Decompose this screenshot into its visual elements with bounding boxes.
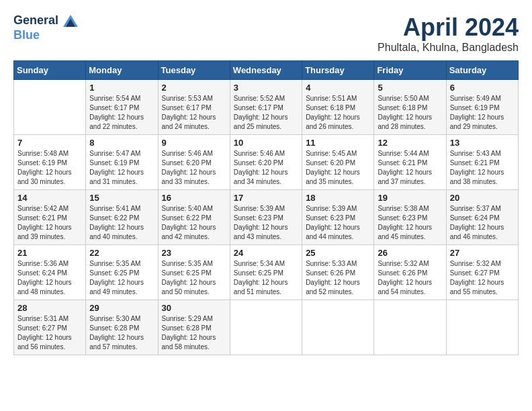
calendar-cell: 9Sunrise: 5:46 AMSunset: 6:20 PMDaylight…: [158, 135, 230, 190]
calendar-cell: 24Sunrise: 5:34 AMSunset: 6:25 PMDayligh…: [230, 245, 302, 300]
calendar-cell: 6Sunrise: 5:49 AMSunset: 6:19 PMDaylight…: [446, 80, 518, 135]
day-number: 23: [162, 248, 226, 258]
day-number: 7: [17, 138, 82, 148]
weekday-header: Friday: [374, 61, 446, 80]
calendar-cell: 4Sunrise: 5:51 AMSunset: 6:18 PMDaylight…: [302, 80, 374, 135]
day-number: 8: [89, 138, 154, 148]
day-info: Sunrise: 5:48 AMSunset: 6:19 PMDaylight:…: [17, 149, 82, 187]
day-number: 4: [306, 83, 370, 93]
day-number: 11: [306, 138, 370, 148]
calendar-week-row: 21Sunrise: 5:36 AMSunset: 6:24 PMDayligh…: [14, 245, 519, 300]
day-number: 19: [378, 193, 442, 203]
day-info: Sunrise: 5:34 AMSunset: 6:25 PMDaylight:…: [234, 259, 298, 297]
weekday-header: Sunday: [14, 61, 86, 80]
day-info: Sunrise: 5:32 AMSunset: 6:26 PMDaylight:…: [378, 259, 442, 297]
calendar-cell: 14Sunrise: 5:42 AMSunset: 6:21 PMDayligh…: [14, 190, 86, 245]
calendar-cell: [230, 300, 302, 355]
day-number: 21: [17, 248, 82, 258]
logo-blue: Blue: [13, 28, 78, 42]
calendar-cell: 5Sunrise: 5:50 AMSunset: 6:18 PMDaylight…: [374, 80, 446, 135]
day-info: Sunrise: 5:54 AMSunset: 6:17 PMDaylight:…: [89, 94, 154, 132]
calendar-cell: 7Sunrise: 5:48 AMSunset: 6:19 PMDaylight…: [14, 135, 86, 190]
calendar-cell: [374, 300, 446, 355]
calendar-cell: 19Sunrise: 5:38 AMSunset: 6:23 PMDayligh…: [374, 190, 446, 245]
weekday-header-row: SundayMondayTuesdayWednesdayThursdayFrid…: [14, 61, 519, 80]
day-info: Sunrise: 5:44 AMSunset: 6:21 PMDaylight:…: [378, 149, 442, 187]
day-number: 16: [162, 193, 226, 203]
day-info: Sunrise: 5:31 AMSunset: 6:27 PMDaylight:…: [17, 314, 82, 352]
calendar-cell: 12Sunrise: 5:44 AMSunset: 6:21 PMDayligh…: [374, 135, 446, 190]
calendar-cell: 2Sunrise: 5:53 AMSunset: 6:17 PMDaylight…: [158, 80, 230, 135]
day-info: Sunrise: 5:32 AMSunset: 6:27 PMDaylight:…: [450, 259, 515, 297]
logo-text: General: [13, 13, 78, 28]
calendar-cell: [14, 80, 86, 135]
page-header: General Blue April 2024 Phultala, Khulna…: [13, 13, 519, 54]
calendar-cell: 11Sunrise: 5:45 AMSunset: 6:20 PMDayligh…: [302, 135, 374, 190]
day-number: 6: [450, 83, 515, 93]
day-info: Sunrise: 5:50 AMSunset: 6:18 PMDaylight:…: [378, 94, 442, 132]
calendar-cell: 23Sunrise: 5:35 AMSunset: 6:25 PMDayligh…: [158, 245, 230, 300]
calendar-week-row: 1Sunrise: 5:54 AMSunset: 6:17 PMDaylight…: [14, 80, 519, 135]
day-number: 17: [234, 193, 298, 203]
calendar-cell: [302, 300, 374, 355]
calendar-cell: 8Sunrise: 5:47 AMSunset: 6:19 PMDaylight…: [86, 135, 158, 190]
calendar-cell: 16Sunrise: 5:40 AMSunset: 6:22 PMDayligh…: [158, 190, 230, 245]
day-info: Sunrise: 5:52 AMSunset: 6:17 PMDaylight:…: [234, 94, 298, 132]
calendar-cell: 28Sunrise: 5:31 AMSunset: 6:27 PMDayligh…: [14, 300, 86, 355]
day-number: 10: [234, 138, 298, 148]
title-block: April 2024 Phultala, Khulna, Bangladesh: [378, 13, 519, 54]
day-number: 13: [450, 138, 515, 148]
calendar-cell: 25Sunrise: 5:33 AMSunset: 6:26 PMDayligh…: [302, 245, 374, 300]
day-info: Sunrise: 5:39 AMSunset: 6:23 PMDaylight:…: [306, 204, 370, 242]
calendar-cell: 30Sunrise: 5:29 AMSunset: 6:28 PMDayligh…: [158, 300, 230, 355]
weekday-header: Saturday: [446, 61, 518, 80]
day-number: 2: [162, 83, 226, 93]
calendar-cell: [446, 300, 518, 355]
calendar-cell: 20Sunrise: 5:37 AMSunset: 6:24 PMDayligh…: [446, 190, 518, 245]
calendar-table: SundayMondayTuesdayWednesdayThursdayFrid…: [13, 60, 519, 355]
calendar-cell: 3Sunrise: 5:52 AMSunset: 6:17 PMDaylight…: [230, 80, 302, 135]
calendar-cell: 15Sunrise: 5:41 AMSunset: 6:22 PMDayligh…: [86, 190, 158, 245]
calendar-cell: 29Sunrise: 5:30 AMSunset: 6:28 PMDayligh…: [86, 300, 158, 355]
day-info: Sunrise: 5:46 AMSunset: 6:20 PMDaylight:…: [234, 149, 298, 187]
day-info: Sunrise: 5:36 AMSunset: 6:24 PMDaylight:…: [17, 259, 82, 297]
day-info: Sunrise: 5:46 AMSunset: 6:20 PMDaylight:…: [162, 149, 226, 187]
day-info: Sunrise: 5:47 AMSunset: 6:19 PMDaylight:…: [89, 149, 154, 187]
calendar-week-row: 28Sunrise: 5:31 AMSunset: 6:27 PMDayligh…: [14, 300, 519, 355]
calendar-week-row: 14Sunrise: 5:42 AMSunset: 6:21 PMDayligh…: [14, 190, 519, 245]
day-number: 3: [234, 83, 298, 93]
day-info: Sunrise: 5:37 AMSunset: 6:24 PMDaylight:…: [450, 204, 515, 242]
day-info: Sunrise: 5:40 AMSunset: 6:22 PMDaylight:…: [162, 204, 226, 242]
day-number: 29: [89, 303, 154, 313]
day-number: 24: [234, 248, 298, 258]
day-info: Sunrise: 5:35 AMSunset: 6:25 PMDaylight:…: [162, 259, 226, 297]
day-number: 26: [378, 248, 442, 258]
day-info: Sunrise: 5:49 AMSunset: 6:19 PMDaylight:…: [450, 94, 515, 132]
calendar-body: 1Sunrise: 5:54 AMSunset: 6:17 PMDaylight…: [14, 80, 519, 355]
calendar-cell: 10Sunrise: 5:46 AMSunset: 6:20 PMDayligh…: [230, 135, 302, 190]
day-number: 28: [17, 303, 82, 313]
day-number: 12: [378, 138, 442, 148]
calendar-cell: 22Sunrise: 5:35 AMSunset: 6:25 PMDayligh…: [86, 245, 158, 300]
location-text: Phultala, Khulna, Bangladesh: [378, 42, 519, 54]
day-number: 20: [450, 193, 515, 203]
calendar-cell: 27Sunrise: 5:32 AMSunset: 6:27 PMDayligh…: [446, 245, 518, 300]
calendar-cell: 21Sunrise: 5:36 AMSunset: 6:24 PMDayligh…: [14, 245, 86, 300]
day-number: 25: [306, 248, 370, 258]
day-info: Sunrise: 5:53 AMSunset: 6:17 PMDaylight:…: [162, 94, 226, 132]
day-number: 5: [378, 83, 442, 93]
day-info: Sunrise: 5:45 AMSunset: 6:20 PMDaylight:…: [306, 149, 370, 187]
day-info: Sunrise: 5:41 AMSunset: 6:22 PMDaylight:…: [89, 204, 154, 242]
calendar-week-row: 7Sunrise: 5:48 AMSunset: 6:19 PMDaylight…: [14, 135, 519, 190]
day-info: Sunrise: 5:38 AMSunset: 6:23 PMDaylight:…: [378, 204, 442, 242]
weekday-header: Tuesday: [158, 61, 230, 80]
weekday-header: Thursday: [302, 61, 374, 80]
day-number: 22: [89, 248, 154, 258]
day-number: 15: [89, 193, 154, 203]
day-number: 18: [306, 193, 370, 203]
weekday-header: Wednesday: [230, 61, 302, 80]
calendar-cell: 1Sunrise: 5:54 AMSunset: 6:17 PMDaylight…: [86, 80, 158, 135]
day-number: 14: [17, 193, 82, 203]
day-info: Sunrise: 5:39 AMSunset: 6:23 PMDaylight:…: [234, 204, 298, 242]
day-info: Sunrise: 5:43 AMSunset: 6:21 PMDaylight:…: [450, 149, 515, 187]
